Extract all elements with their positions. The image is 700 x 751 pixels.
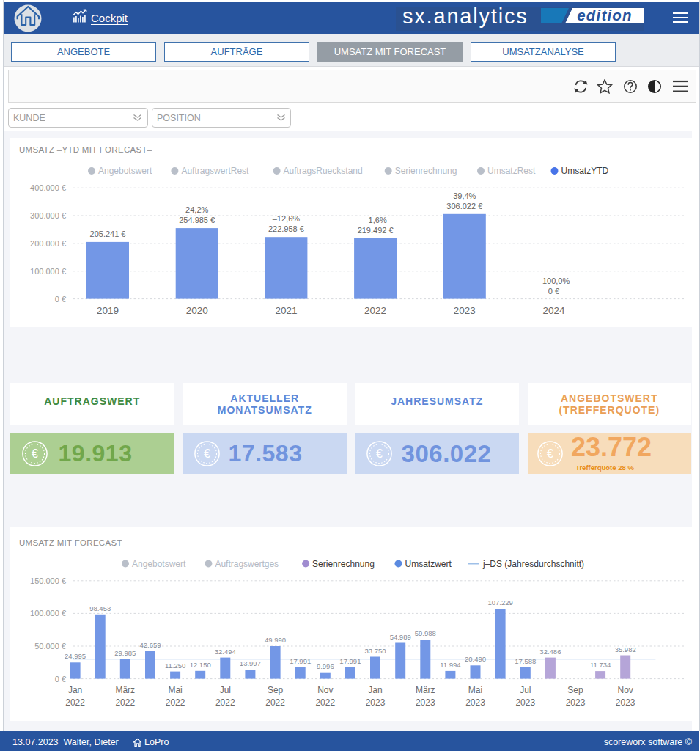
svg-text:März: März [115, 685, 135, 695]
svg-text:Jan: Jan [368, 685, 382, 695]
svg-text:11.734: 11.734 [590, 661, 611, 669]
svg-text:2024: 2024 [542, 305, 565, 316]
svg-text:17.991: 17.991 [339, 657, 361, 665]
svg-text:Mai: Mai [468, 685, 482, 695]
svg-text:200.000 €: 200.000 € [30, 239, 66, 248]
svg-text:42.659: 42.659 [139, 641, 161, 649]
svg-text:Sep: Sep [268, 685, 284, 695]
svg-text:UmsatzYTD: UmsatzYTD [561, 166, 609, 176]
svg-text:222.958 €: 222.958 € [268, 224, 304, 233]
svg-text:100.000 €: 100.000 € [30, 609, 66, 618]
svg-text:35.982: 35.982 [615, 645, 636, 653]
svg-text:UMSATZ –YTD MIT FORECAST–: UMSATZ –YTD MIT FORECAST– [19, 145, 152, 154]
svg-text:2022: 2022 [166, 697, 185, 708]
svg-text:11.250: 11.250 [165, 662, 185, 670]
svg-text:Auftragswertges: Auftragswertges [215, 559, 279, 569]
svg-text:€: € [376, 447, 383, 460]
svg-text:219.492 €: 219.492 € [358, 226, 394, 235]
svg-text:100.000 €: 100.000 € [30, 267, 66, 276]
svg-text:306.022 €: 306.022 € [446, 202, 482, 210]
svg-text:32.486: 32.486 [539, 648, 561, 656]
svg-text:13.997: 13.997 [240, 659, 261, 667]
svg-text:edition: edition [577, 8, 633, 23]
svg-text:Nov: Nov [317, 685, 333, 695]
svg-text:Umsatzwert: Umsatzwert [405, 559, 452, 569]
svg-text:Angebotswert: Angebotswert [132, 559, 186, 569]
svg-text:50.000 €: 50.000 € [34, 642, 66, 651]
svg-text:54.989: 54.989 [390, 633, 411, 641]
svg-text:2022: 2022 [364, 305, 386, 316]
svg-text:59.988: 59.988 [415, 629, 436, 637]
svg-text:2023: 2023 [515, 697, 535, 708]
svg-text:2023: 2023 [616, 697, 635, 708]
svg-text:2023: 2023 [454, 305, 476, 316]
svg-text:0 €: 0 € [548, 287, 559, 296]
svg-text:24.995: 24.995 [65, 652, 86, 660]
svg-text:33.750: 33.750 [364, 647, 386, 655]
svg-text:Mai: Mai [168, 685, 182, 695]
svg-text:2020: 2020 [186, 305, 208, 316]
svg-text:29.985: 29.985 [114, 649, 136, 657]
svg-text:17.588: 17.588 [515, 657, 536, 665]
svg-text:2022: 2022 [215, 697, 235, 708]
svg-text:März: März [416, 685, 435, 695]
svg-text:2019: 2019 [97, 305, 119, 316]
svg-text:9.996: 9.996 [317, 662, 334, 670]
svg-text:39,4%: 39,4% [453, 191, 476, 200]
svg-text:11.994: 11.994 [440, 661, 460, 669]
svg-text:2023: 2023 [465, 697, 485, 708]
svg-text:98.453: 98.453 [89, 604, 111, 612]
svg-text:12.150: 12.150 [190, 661, 211, 669]
svg-text:2023: 2023 [566, 697, 586, 708]
svg-text:150.000 €: 150.000 € [30, 576, 66, 585]
svg-text:2022: 2022 [115, 697, 135, 708]
svg-text:107.229: 107.229 [487, 598, 512, 607]
svg-text:300.000 €: 300.000 € [30, 211, 66, 220]
svg-text:–12,6%: –12,6% [273, 214, 301, 223]
svg-text:–1,6%: –1,6% [364, 216, 386, 224]
svg-text:400.000 €: 400.000 € [30, 183, 66, 192]
svg-text:Jul: Jul [220, 685, 231, 695]
svg-text:Jan: Jan [68, 685, 82, 695]
svg-text:AuftragswertRest: AuftragswertRest [181, 166, 249, 176]
svg-text:2023: 2023 [366, 697, 386, 708]
svg-text:Sep: Sep [567, 685, 583, 695]
svg-text:Serienrechnung: Serienrechnung [312, 559, 375, 569]
svg-text:20.490: 20.490 [465, 655, 486, 663]
svg-text:254.985 €: 254.985 € [179, 216, 215, 224]
svg-text:UmsatzRest: UmsatzRest [487, 166, 536, 176]
svg-text:0 €: 0 € [55, 295, 66, 304]
svg-text:Nov: Nov [618, 685, 633, 695]
svg-text:0 €: 0 € [55, 675, 66, 684]
svg-text:2022: 2022 [265, 697, 285, 708]
svg-text:2022: 2022 [65, 697, 85, 708]
svg-text:49.990: 49.990 [265, 636, 286, 644]
svg-text:2023: 2023 [416, 697, 435, 708]
svg-text:UMSATZ MIT FORECAST: UMSATZ MIT FORECAST [19, 538, 122, 547]
svg-text:Serienrechnung: Serienrechnung [395, 166, 457, 176]
svg-text:AuftragsRueckstand: AuftragsRueckstand [284, 166, 363, 176]
svg-text:17.991: 17.991 [290, 657, 311, 665]
svg-text:205.241 €: 205.241 € [90, 230, 126, 238]
svg-text:24,2%: 24,2% [185, 205, 208, 214]
svg-text:2022: 2022 [315, 697, 335, 708]
svg-text:–100,0%: –100,0% [538, 276, 570, 285]
svg-text:Angebotswert: Angebotswert [98, 166, 152, 176]
svg-text:32.494: 32.494 [215, 648, 236, 656]
svg-text:j–DS (Jahresdurchschnitt): j–DS (Jahresdurchschnitt) [482, 559, 584, 569]
svg-text:2021: 2021 [275, 305, 297, 316]
svg-text:Jul: Jul [520, 685, 531, 695]
